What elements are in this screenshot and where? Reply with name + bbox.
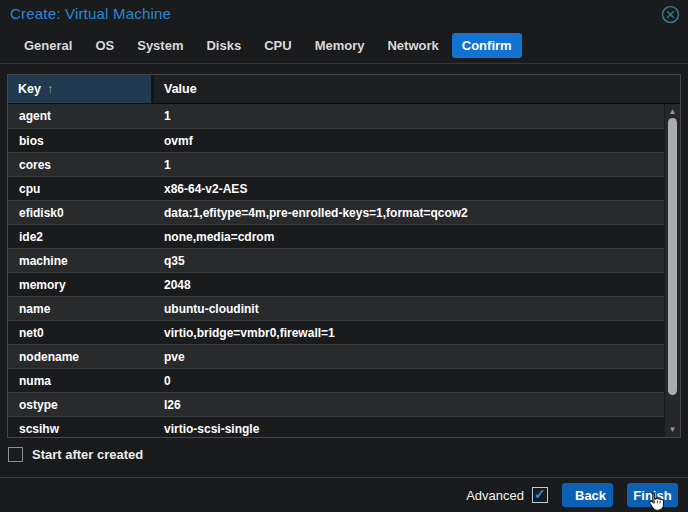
table-row[interactable]: memory 2048 xyxy=(8,272,664,296)
table-row[interactable]: efidisk0 data:1,efitype=4m,pre-enrolled-… xyxy=(8,200,664,224)
dialog-title: Create: Virtual Machine xyxy=(10,5,171,22)
table-row[interactable]: scsihw virtio-scsi-single xyxy=(8,416,664,437)
finish-button[interactable]: Finish xyxy=(627,483,678,507)
tab-label: Disks xyxy=(206,38,241,53)
tab-bar: General OS System Disks CPU Memory Netwo… xyxy=(14,33,678,58)
start-after-created-row: Start after created xyxy=(8,447,143,462)
row-value: 1 xyxy=(157,158,664,172)
tab-label: OS xyxy=(95,38,114,53)
sort-ascending-icon: ↑ xyxy=(47,82,53,96)
row-key: net0 xyxy=(8,326,157,340)
row-value: none,media=cdrom xyxy=(157,230,664,244)
tabbar-separator xyxy=(0,63,688,64)
tab-general[interactable]: General xyxy=(14,33,82,58)
key-header-label: Key xyxy=(18,82,41,96)
vertical-scrollbar[interactable]: ▲ ▼ xyxy=(664,104,680,437)
confirm-settings-table: Key ↑ Value agent 1 bios ovmf cores 1 cp… xyxy=(7,74,681,438)
row-value: ovmf xyxy=(157,134,664,148)
row-value: virtio,bridge=vmbr0,firewall=1 xyxy=(157,326,664,340)
tab-label: CPU xyxy=(264,38,291,53)
row-value: 2048 xyxy=(157,278,664,292)
row-value: pve xyxy=(157,350,664,364)
row-value: l26 xyxy=(157,398,664,412)
column-header-key[interactable]: Key ↑ xyxy=(8,75,154,103)
table-row[interactable]: nodename pve xyxy=(8,344,664,368)
row-key: cpu xyxy=(8,182,157,196)
table-row[interactable]: ide2 none,media=cdrom xyxy=(8,224,664,248)
advanced-group: Advanced xyxy=(466,487,548,503)
tab-label: Memory xyxy=(315,38,365,53)
tab-label: System xyxy=(137,38,183,53)
tab-label: General xyxy=(24,38,72,53)
table-row[interactable]: ostype l26 xyxy=(8,392,664,416)
tab-os[interactable]: OS xyxy=(85,33,124,58)
close-icon[interactable] xyxy=(661,5,680,24)
row-value: q35 xyxy=(157,254,664,268)
row-key: numa xyxy=(8,374,157,388)
column-header-value[interactable]: Value xyxy=(154,75,680,103)
row-key: machine xyxy=(8,254,157,268)
tab-confirm[interactable]: Confirm xyxy=(452,33,522,58)
table-row[interactable]: cpu x86-64-v2-AES xyxy=(8,176,664,200)
row-key: cores xyxy=(8,158,157,172)
value-header-label: Value xyxy=(164,82,197,96)
row-key: agent xyxy=(8,109,157,123)
advanced-checkbox[interactable] xyxy=(532,487,548,503)
tab-memory[interactable]: Memory xyxy=(305,33,375,58)
table-row[interactable]: agent 1 xyxy=(8,104,664,128)
table-header: Key ↑ Value xyxy=(8,75,680,104)
row-value: x86-64-v2-AES xyxy=(157,182,664,196)
row-key: ide2 xyxy=(8,230,157,244)
table-row[interactable]: cores 1 xyxy=(8,152,664,176)
table-row[interactable]: numa 0 xyxy=(8,368,664,392)
start-after-created-label: Start after created xyxy=(32,447,143,462)
table-row[interactable]: net0 virtio,bridge=vmbr0,firewall=1 xyxy=(8,320,664,344)
footer-bar: Advanced Back Finish xyxy=(0,478,688,512)
tab-label: Network xyxy=(387,38,438,53)
row-key: efidisk0 xyxy=(8,206,157,220)
row-key: nodename xyxy=(8,350,157,364)
row-value: 0 xyxy=(157,374,664,388)
table-row[interactable]: machine q35 xyxy=(8,248,664,272)
table-row[interactable]: bios ovmf xyxy=(8,128,664,152)
row-value: virtio-scsi-single xyxy=(157,422,664,436)
advanced-label: Advanced xyxy=(466,488,524,503)
row-key: bios xyxy=(8,134,157,148)
scroll-up-icon[interactable]: ▲ xyxy=(665,105,680,118)
scroll-down-icon[interactable]: ▼ xyxy=(665,423,680,436)
row-key: memory xyxy=(8,278,157,292)
row-key: ostype xyxy=(8,398,157,412)
create-vm-dialog: Create: Virtual Machine General OS Syste… xyxy=(0,0,688,512)
row-value: 1 xyxy=(157,109,664,123)
back-button[interactable]: Back xyxy=(562,483,613,507)
table-body: agent 1 bios ovmf cores 1 cpu x86-64-v2-… xyxy=(8,104,664,437)
row-value: data:1,efitype=4m,pre-enrolled-keys=1,fo… xyxy=(157,206,664,220)
row-value: ubuntu-cloudinit xyxy=(157,302,664,316)
tab-network[interactable]: Network xyxy=(377,33,448,58)
row-key: name xyxy=(8,302,157,316)
scrollbar-thumb[interactable] xyxy=(668,118,677,395)
row-key: scsihw xyxy=(8,422,157,436)
tab-disks[interactable]: Disks xyxy=(196,33,251,58)
tab-cpu[interactable]: CPU xyxy=(254,33,301,58)
start-after-created-checkbox[interactable] xyxy=(8,447,23,462)
tab-label: Confirm xyxy=(462,38,512,53)
tab-system[interactable]: System xyxy=(127,33,193,58)
table-row[interactable]: name ubuntu-cloudinit xyxy=(8,296,664,320)
